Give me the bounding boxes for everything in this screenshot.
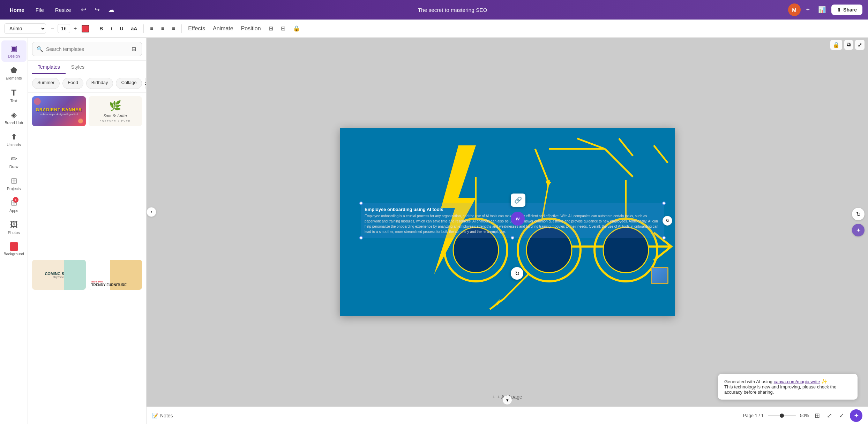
main-area: ▣ Design ⬟ Elements T Text ◈ Brand Hub ⬆…	[0, 38, 868, 424]
template-coming-soon[interactable]: COMING SOON Stay Tuned	[32, 260, 86, 290]
filter-button[interactable]: ⊟	[130, 45, 137, 53]
sidebar-item-text[interactable]: T Text	[1, 84, 27, 106]
document-title: The secret to mastering SEO	[418, 7, 487, 13]
animate-button[interactable]: Animate	[210, 24, 236, 33]
align-left-button[interactable]: ≡	[147, 24, 156, 33]
add-page-nav-button[interactable]: +	[803, 4, 813, 16]
sidebar-item-design[interactable]: ▣ Design	[1, 40, 27, 62]
webflow-icon[interactable]: w	[511, 212, 525, 226]
sidebar-item-apps[interactable]: ⊞ 5 Apps	[1, 195, 27, 216]
chip-birthday[interactable]: Birthday	[86, 78, 113, 89]
share-label: Share	[843, 7, 857, 13]
text-color-picker[interactable]	[82, 25, 89, 32]
effects-button[interactable]: Effects	[185, 24, 208, 33]
sidebar-item-elements[interactable]: ⬟ Elements	[1, 62, 27, 84]
ai-disclaimer: This technology is new and improving, pl…	[724, 384, 837, 395]
help-icon[interactable]: ✦	[852, 224, 865, 236]
search-input[interactable]	[46, 46, 127, 52]
sidebar-item-background[interactable]: ▣ Background	[1, 239, 27, 259]
sidebar-item-draw[interactable]: ✏ Draw	[1, 151, 27, 172]
elements-icon: ⬟	[10, 66, 17, 75]
sidebar-item-projects-label: Projects	[7, 187, 21, 191]
panel-collapse-handle[interactable]: ‹	[147, 207, 156, 217]
check-button[interactable]: ✓	[838, 410, 846, 421]
sidebar-item-uploads[interactable]: ⬆ Uploads	[1, 129, 27, 150]
draw-icon: ✏	[11, 154, 17, 164]
template-gradient-subtitle: make a simple design with gradient	[40, 113, 78, 115]
user-avatar[interactable]: M	[788, 3, 801, 16]
bottom-bar: 📝 Notes Page 1 / 1 50% ⊞ ⤢ ✓ ✦	[147, 407, 868, 424]
chat-floating-button[interactable]: ✦	[850, 409, 862, 422]
align-right-button[interactable]: ≡	[169, 24, 178, 33]
svg-marker-10	[546, 180, 551, 187]
template-furniture-badge: Sale 10%	[91, 280, 104, 283]
undo-button[interactable]: ↩	[78, 4, 89, 16]
filter-toolbar-button[interactable]: ⊟	[278, 23, 288, 33]
expand-view-button[interactable]: ⤢	[825, 410, 833, 421]
template-gradient-title: GRADIENT BANNER	[36, 107, 82, 112]
refresh-popup[interactable]: ↻	[511, 267, 523, 280]
tab-templates[interactable]: Templates	[32, 61, 66, 74]
top-navigation: Home File Resize ↩ ↪ ☁ The secret to mas…	[0, 0, 868, 20]
link-popup[interactable]: 🔗	[511, 194, 525, 207]
redo-button[interactable]: ↪	[92, 4, 103, 16]
design-canvas[interactable]: Employee onboarding using AI tools Emplo…	[340, 128, 675, 316]
increase-font-button[interactable]: +	[71, 24, 80, 33]
photos-icon: 🖼	[10, 220, 18, 229]
sidebar-item-design-label: Design	[8, 54, 20, 58]
templates-panel: 🔍 ⊟ Templates Styles Summer Food Birthda…	[28, 38, 147, 424]
lock-button[interactable]: 🔒	[290, 23, 303, 33]
align-center-button[interactable]: ≡	[158, 24, 167, 33]
right-panel-icons: ↻ ✦	[852, 208, 865, 236]
template-gradient-banner[interactable]: GRADIENT BANNER make a simple design wit…	[32, 96, 86, 126]
file-button[interactable]: File	[31, 5, 48, 15]
template-wedding[interactable]: 🌿 Sam & Anita FOREVER + EVER	[89, 96, 142, 126]
page-progress-control[interactable]	[768, 415, 796, 416]
chip-more-button[interactable]: ›	[145, 78, 146, 89]
text-icon: T	[11, 88, 16, 98]
font-size-input[interactable]	[58, 24, 70, 33]
rotate-right-icon[interactable]: ↻	[852, 208, 865, 220]
selection-handle-tr	[662, 202, 666, 205]
font-family-select[interactable]: Arimo	[4, 23, 46, 34]
cloud-save-button[interactable]: ☁	[105, 4, 117, 16]
selection-handle-bl	[359, 236, 363, 240]
sidebar-item-background-label: Background	[3, 252, 24, 256]
chip-summer[interactable]: Summer	[32, 78, 60, 89]
page-indicator: Page 1 / 1	[743, 413, 764, 418]
expand-canvas-bottom[interactable]: ▾	[503, 395, 512, 404]
decrease-font-button[interactable]: –	[48, 24, 57, 33]
chip-collage[interactable]: Collage	[116, 78, 142, 89]
ai-link[interactable]: canva.com/magic-write	[774, 379, 820, 384]
canvas-image-square[interactable]	[651, 267, 668, 284]
resize-button[interactable]: Resize	[51, 5, 75, 15]
chip-food[interactable]: Food	[62, 78, 83, 89]
grid-button[interactable]: ⊞	[266, 23, 276, 33]
canvas-text-title: Employee onboarding using AI tools	[365, 207, 660, 212]
rotate-handle[interactable]: ↻	[663, 216, 672, 226]
uploads-icon: ⬆	[11, 132, 17, 142]
ai-notice-text: Generated with AI using	[724, 379, 772, 384]
sidebar-item-photos[interactable]: 🖼 Photos	[1, 217, 27, 238]
sidebar-item-projects[interactable]: ⊞ Projects	[1, 173, 27, 194]
background-icon: ▣	[10, 242, 18, 251]
bold-button[interactable]: B	[97, 24, 106, 33]
sidebar-item-brand-hub[interactable]: ◈ Brand Hub	[1, 107, 27, 128]
sidebar-item-photos-label: Photos	[8, 230, 20, 235]
template-furniture[interactable]: Sale 10% TRENDY FURNITURE	[89, 260, 142, 290]
case-button[interactable]: aA	[128, 24, 140, 33]
home-button[interactable]: Home	[6, 5, 29, 15]
italic-button[interactable]: I	[108, 24, 115, 33]
notes-button[interactable]: 📝 Notes	[152, 413, 173, 418]
lock-canvas-icon[interactable]: 🔒	[830, 40, 842, 50]
sidebar-item-elements-label: Elements	[6, 76, 22, 80]
share-icon: ⬆	[837, 7, 841, 13]
share-button[interactable]: ⬆ Share	[831, 5, 862, 15]
underline-button[interactable]: U	[117, 24, 126, 33]
tab-styles[interactable]: Styles	[66, 61, 90, 74]
copy-canvas-icon[interactable]: ⧉	[844, 40, 853, 50]
grid-view-button[interactable]: ⊞	[813, 410, 821, 421]
position-button[interactable]: Position	[238, 24, 264, 33]
analytics-button[interactable]: 📊	[815, 4, 829, 16]
expand-canvas-icon[interactable]: ⤢	[855, 40, 865, 50]
